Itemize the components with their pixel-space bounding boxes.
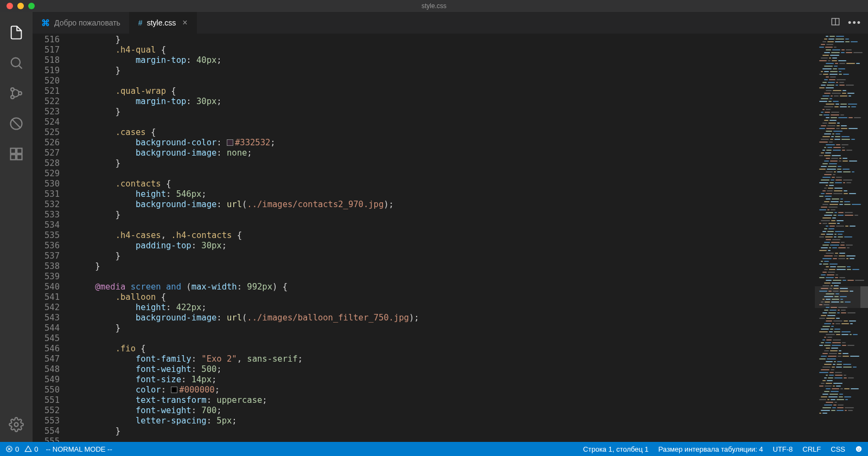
tab-actions: ••• <box>831 12 868 34</box>
svg-point-3 <box>11 95 14 99</box>
svg-point-11 <box>15 423 18 427</box>
vscode-icon: ⌘ <box>41 18 50 28</box>
debug-icon[interactable] <box>3 111 29 137</box>
status-encoding[interactable]: UTF-8 <box>773 445 793 453</box>
svg-point-0 <box>11 58 20 67</box>
line-number-gutter: 5165175185195205215225235245255265275285… <box>33 34 75 442</box>
scrollbar-thumb[interactable] <box>860 286 868 308</box>
editor-area: ⌘ Добро пожаловать # style.css × ••• 516… <box>33 12 868 442</box>
search-icon[interactable] <box>3 50 29 76</box>
more-actions-icon[interactable]: ••• <box>848 17 861 29</box>
extensions-icon[interactable] <box>3 141 29 167</box>
error-count: 0 <box>15 445 19 453</box>
source-control-icon[interactable] <box>3 80 29 106</box>
tab-label: Добро пожаловать <box>54 18 120 27</box>
warning-count: 0 <box>34 445 38 453</box>
status-tab-size[interactable]: Размер интервала табуляции: 4 <box>659 445 763 453</box>
status-bar: 0 0 -- NORMAL MODE -- Строка 1, столбец … <box>0 442 868 456</box>
editor-body[interactable]: 5165175185195205215225235245255265275285… <box>33 34 868 442</box>
status-vim-mode: -- NORMAL MODE -- <box>46 445 112 453</box>
status-feedback-icon[interactable] <box>855 445 863 453</box>
main-area: ⌘ Добро пожаловать # style.css × ••• 516… <box>0 12 868 442</box>
tab-label: style.css <box>147 18 176 27</box>
status-errors[interactable]: 0 0 <box>5 445 38 453</box>
svg-rect-10 <box>17 155 22 159</box>
code-content[interactable]: } .h4-qual { margin-top: 40px; } .qual-w… <box>75 34 815 442</box>
settings-icon[interactable] <box>3 412 29 438</box>
window-title: style.css <box>422 2 446 10</box>
tab-bar: ⌘ Добро пожаловать # style.css × ••• <box>33 12 868 34</box>
svg-rect-9 <box>11 155 16 159</box>
window-minimize-button[interactable] <box>17 3 24 9</box>
explorer-icon[interactable] <box>3 20 29 46</box>
title-bar: style.css <box>0 0 868 12</box>
tab-style-css[interactable]: # style.css × <box>130 12 197 34</box>
close-icon[interactable]: × <box>182 18 187 28</box>
traffic-lights <box>0 3 35 9</box>
tab-welcome[interactable]: ⌘ Добро пожаловать <box>33 12 130 34</box>
status-language[interactable]: CSS <box>831 445 845 453</box>
status-cursor-position[interactable]: Строка 1, столбец 1 <box>583 445 649 453</box>
svg-point-17 <box>856 446 862 452</box>
svg-point-19 <box>859 448 860 448</box>
svg-line-1 <box>19 66 22 68</box>
svg-point-18 <box>858 448 858 448</box>
svg-line-6 <box>12 119 21 128</box>
window-close-button[interactable] <box>7 3 13 9</box>
minimap[interactable] <box>815 34 868 442</box>
window-maximize-button[interactable] <box>28 3 35 9</box>
svg-rect-7 <box>11 149 16 153</box>
css-file-icon: # <box>138 18 143 27</box>
status-eol[interactable]: CRLF <box>802 445 821 453</box>
svg-point-2 <box>11 88 14 91</box>
activity-bar <box>0 12 33 442</box>
svg-rect-8 <box>17 149 22 153</box>
vim-mode-label: -- NORMAL MODE -- <box>46 445 112 453</box>
split-editor-icon[interactable] <box>831 17 840 29</box>
